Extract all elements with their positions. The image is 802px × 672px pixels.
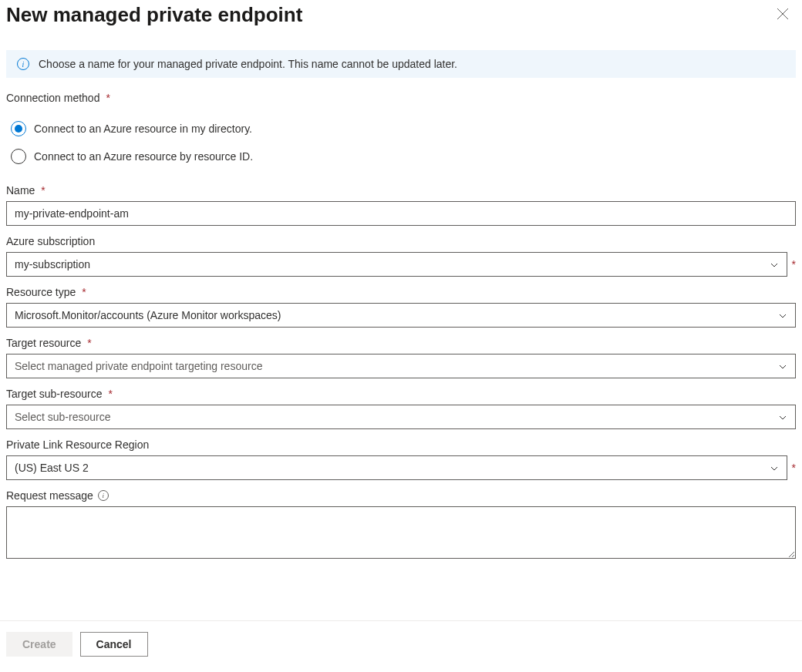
subscription-value: my-subscription	[15, 258, 90, 270]
target-resource-select[interactable]: Select managed private endpoint targetin…	[6, 354, 796, 378]
info-bar: i Choose a name for your managed private…	[6, 50, 796, 78]
target-sub-resource-select[interactable]: Select sub-resource	[6, 405, 796, 429]
name-label: Name*	[6, 184, 45, 197]
radio-label: Connect to an Azure resource by resource…	[34, 150, 253, 163]
radio-icon	[11, 149, 26, 164]
page-title: New managed private endpoint	[6, 3, 302, 27]
region-value: (US) East US 2	[15, 462, 89, 474]
target-sub-resource-label: Target sub-resource*	[6, 388, 113, 400]
region-label: Private Link Resource Region	[6, 438, 149, 451]
chevron-down-icon	[778, 311, 787, 320]
close-button[interactable]	[774, 7, 791, 24]
subscription-select[interactable]: my-subscription	[6, 252, 787, 277]
info-icon[interactable]: i	[98, 490, 109, 501]
required-indicator: *	[792, 258, 796, 270]
chevron-down-icon	[778, 412, 787, 422]
target-resource-label: Target resource*	[6, 337, 92, 349]
cancel-button[interactable]: Cancel	[80, 632, 148, 657]
info-text: Choose a name for your managed private e…	[39, 58, 457, 70]
connection-method-label: Connection method*	[6, 92, 110, 104]
target-resource-placeholder: Select managed private endpoint targetin…	[15, 360, 262, 372]
chevron-down-icon	[770, 463, 779, 472]
subscription-label: Azure subscription	[6, 235, 95, 247]
resource-type-label: Resource type*	[6, 286, 86, 298]
connection-method-radio-group: Connect to an Azure resource in my direc…	[6, 121, 796, 164]
request-message-input[interactable]	[6, 506, 796, 559]
request-message-label: Request message i	[6, 489, 109, 502]
region-select[interactable]: (US) East US 2	[6, 455, 787, 480]
target-sub-resource-placeholder: Select sub-resource	[15, 411, 111, 423]
required-indicator: *	[792, 462, 796, 474]
panel-header: New managed private endpoint	[6, 3, 796, 27]
name-input[interactable]	[6, 201, 796, 226]
resource-type-value: Microsoft.Monitor/accounts (Azure Monito…	[15, 309, 281, 321]
radio-connect-resource-id[interactable]: Connect to an Azure resource by resource…	[6, 149, 796, 164]
radio-label: Connect to an Azure resource in my direc…	[34, 123, 252, 135]
create-button[interactable]: Create	[6, 632, 72, 657]
radio-connect-directory[interactable]: Connect to an Azure resource in my direc…	[6, 121, 796, 136]
chevron-down-icon	[778, 361, 787, 371]
resource-type-select[interactable]: Microsoft.Monitor/accounts (Azure Monito…	[6, 303, 796, 328]
info-icon: i	[17, 58, 29, 70]
radio-icon	[11, 121, 26, 136]
chevron-down-icon	[770, 260, 779, 269]
close-icon	[777, 8, 789, 22]
footer: Create Cancel	[0, 620, 802, 672]
